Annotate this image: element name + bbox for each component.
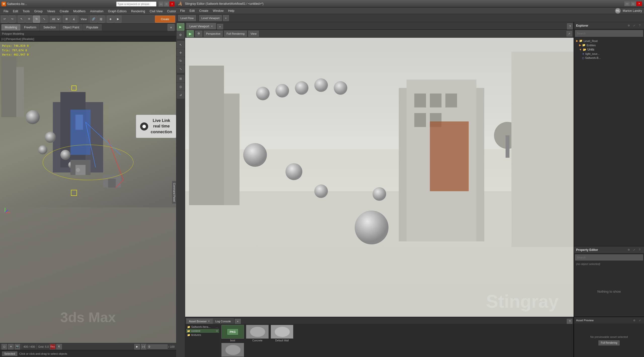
- redo-button[interactable]: ↪: [9, 16, 16, 23]
- lights-btn[interactable]: ☀: [8, 344, 14, 349]
- mode-tab-modeling[interactable]: Modeling: [2, 24, 20, 30]
- cameras-btn[interactable]: 📷: [15, 344, 20, 349]
- stingray-3d-viewport[interactable]: Stingray: [185, 38, 574, 317]
- asset-panel-help-btn[interactable]: ?: [567, 319, 572, 324]
- explorer-units[interactable]: ▼ 📂 Units: [575, 47, 643, 52]
- move-button[interactable]: ✛: [25, 16, 32, 23]
- more-options-button[interactable]: ≡: [168, 24, 175, 31]
- explorer-help-btn[interactable]: ?: [637, 23, 642, 28]
- property-expand-btn[interactable]: ⤢: [632, 248, 636, 252]
- new-panel-tab-btn[interactable]: +: [235, 319, 241, 324]
- settings-vp-btn[interactable]: ⚙: [195, 31, 202, 37]
- command-panel-tab[interactable]: Command Panel: [172, 181, 176, 204]
- minimize-button[interactable]: —: [158, 2, 164, 7]
- asset-preview-expand-btn[interactable]: ⤢: [637, 318, 642, 323]
- sr-menu-window[interactable]: Window: [211, 9, 226, 13]
- move-icon-btn[interactable]: ✛: [177, 49, 184, 57]
- menu-edit[interactable]: Edit: [11, 9, 20, 14]
- search-input[interactable]: [116, 2, 156, 7]
- pkg-button[interactable]: PKG: [227, 329, 238, 335]
- play-btn[interactable]: ▶: [134, 344, 140, 349]
- explorer-saltwork-b[interactable]: ◻ Saltwork-B...: [575, 56, 643, 60]
- angle-snap-button[interactable]: ∡: [70, 16, 77, 23]
- create-geometry-btn[interactable]: ◻: [2, 344, 7, 349]
- browse-btn[interactable]: …: [216, 326, 218, 328]
- perspective-btn[interactable]: Perspective: [204, 31, 223, 37]
- help-btn[interactable]: ?: [567, 23, 573, 29]
- material-editor-button[interactable]: ◈: [107, 16, 114, 23]
- select-icon-btn[interactable]: ↖: [177, 41, 184, 49]
- explorer-settings-btn[interactable]: ⚙: [626, 23, 631, 28]
- render-button[interactable]: ▶: [114, 16, 122, 23]
- sr-menu-help[interactable]: Help: [226, 9, 236, 13]
- menu-tools[interactable]: Tools: [21, 9, 32, 14]
- explorer-light-source[interactable]: ☀ light_sour...: [575, 52, 643, 56]
- full-rendering-btn[interactable]: Full Rendering: [224, 31, 247, 37]
- add-tab-btn[interactable]: +: [223, 15, 229, 21]
- view-btn[interactable]: View: [248, 31, 259, 37]
- menu-animation[interactable]: Animation: [88, 9, 105, 14]
- menu-file[interactable]: File: [2, 9, 10, 14]
- mode-tab-populate[interactable]: Populate: [83, 24, 101, 30]
- menu-views[interactable]: Views: [45, 9, 57, 14]
- undo-button[interactable]: ↩: [1, 16, 8, 23]
- 3dsmax-viewport[interactable]: Polys: 746,819 0 Tris: 797,674 0 Verts: …: [0, 42, 176, 343]
- menu-create[interactable]: Create: [58, 9, 71, 14]
- mode-tab-object-paint[interactable]: Object Paint: [60, 24, 83, 30]
- place-icon-btn[interactable]: ◎: [177, 83, 184, 91]
- new-tab-btn[interactable]: +: [217, 24, 223, 29]
- level-viewport-tab-close[interactable]: ✕: [211, 25, 213, 28]
- property-help-btn[interactable]: ?: [637, 248, 642, 252]
- level-viewport-btn[interactable]: Level Viewport: [199, 15, 222, 21]
- explorer-search-input[interactable]: [575, 30, 643, 37]
- tree-item-textures[interactable]: 📁 textures: [186, 333, 219, 337]
- select-button[interactable]: ↖: [18, 16, 25, 23]
- link-button[interactable]: 🔗: [90, 16, 97, 23]
- viewport-play-btn[interactable]: ▶: [187, 30, 194, 37]
- tree-item-root[interactable]: 📁 Saltwork-Itera... …: [186, 325, 219, 329]
- asset-preview-settings-btn[interactable]: ⚙: [632, 318, 636, 323]
- pkg-item[interactable]: PKG boot: [221, 325, 244, 342]
- frame-input[interactable]: [147, 344, 168, 349]
- sr-menu-create[interactable]: Create: [197, 9, 210, 13]
- snap-button[interactable]: ⊞: [63, 16, 70, 23]
- scale-icon-btn[interactable]: ⤡: [177, 65, 184, 73]
- close-button[interactable]: ✕: [170, 2, 175, 7]
- stingray-close-button[interactable]: ✕: [636, 2, 642, 6]
- transform-icon-btn[interactable]: ⊿: [177, 91, 184, 99]
- asset-browser-close[interactable]: ✕: [208, 320, 210, 323]
- menu-civil-view[interactable]: Civil View: [148, 9, 165, 14]
- explorer-entities[interactable]: ▶ 📁 Entities: [575, 43, 643, 47]
- explorer-expand-btn[interactable]: ⤢: [632, 23, 636, 28]
- log-console-tab[interactable]: Log Console: [213, 318, 234, 324]
- settings-icon-btn[interactable]: ⚙: [177, 31, 184, 39]
- selection-filter-dropdown[interactable]: All: [50, 16, 61, 22]
- rotate-button[interactable]: ↻: [33, 16, 40, 23]
- mode-tab-freeform[interactable]: Freeform: [21, 24, 40, 30]
- mode-tab-selection[interactable]: Selection: [40, 24, 59, 30]
- snap-icon-btn[interactable]: ⊞: [177, 75, 184, 82]
- explorer-level-root[interactable]: ▶ 📁 Level_Root: [575, 39, 643, 43]
- menu-group[interactable]: Group: [32, 9, 45, 14]
- default-wall-item[interactable]: Default Wall: [271, 325, 293, 342]
- scale-button[interactable]: ⤡: [41, 16, 48, 23]
- play-icon-btn[interactable]: ▶: [177, 23, 184, 31]
- next-frame-btn[interactable]: ▷|: [141, 344, 146, 349]
- unlink-button[interactable]: ⛓: [98, 16, 105, 23]
- property-search-input[interactable]: [575, 254, 643, 260]
- tree-item-content[interactable]: 📂 content ⚙: [186, 329, 219, 333]
- stingray-minimize-button[interactable]: —: [624, 2, 630, 6]
- set-key-btn[interactable]: K: [56, 344, 62, 349]
- menu-graph-editors[interactable]: Graph Editors: [106, 9, 129, 14]
- create-button[interactable]: Create: [155, 16, 175, 23]
- property-settings-btn[interactable]: ⚙: [626, 248, 631, 252]
- content-action-btn[interactable]: ⚙: [216, 330, 218, 332]
- expand-viewport-btn[interactable]: ⤢: [567, 31, 572, 36]
- sr-menu-file[interactable]: File: [178, 9, 187, 13]
- stingray-maximize-button[interactable]: □: [630, 2, 636, 6]
- level-viewport-tab[interactable]: Level Viewport ✕: [186, 23, 216, 29]
- menu-rendering[interactable]: Rendering: [129, 9, 147, 14]
- asset-browser-tab[interactable]: Asset Browser ✕: [186, 318, 213, 324]
- autokey-btn[interactable]: Key: [50, 344, 55, 349]
- menu-modifiers[interactable]: Modifiers: [71, 9, 88, 14]
